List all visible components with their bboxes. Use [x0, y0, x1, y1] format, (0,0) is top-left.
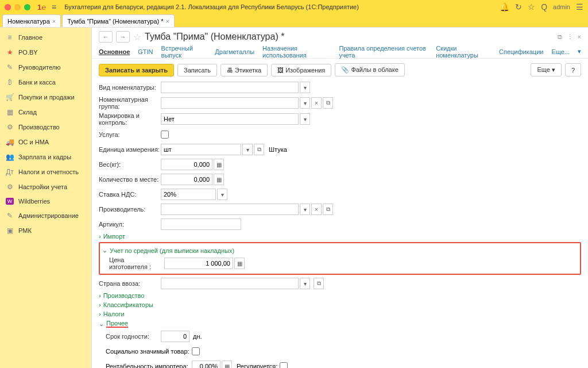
subtab-specs[interactable]: Спецификации [499, 48, 543, 55]
marking-field[interactable] [161, 113, 299, 125]
open-icon[interactable]: ⧉ [323, 97, 333, 109]
maximize-window[interactable] [24, 4, 30, 10]
nav-manager[interactable]: ✎Руководителю [0, 60, 91, 75]
social-checkbox[interactable] [192, 347, 200, 355]
chevron-down-icon[interactable]: ▾ [578, 48, 581, 55]
weight-field[interactable] [161, 159, 212, 170]
price-field[interactable] [164, 258, 233, 269]
close-icon[interactable]: × [578, 33, 581, 41]
price-label: Цена изготовителя : [109, 256, 164, 270]
subtab-gtin[interactable]: GTIN [138, 48, 153, 55]
subtab-discounts[interactable]: Скидки номенклатуры [436, 45, 491, 59]
subtab-accounts[interactable]: Правила определения счетов учета [339, 45, 428, 59]
more-icon[interactable]: ⋮ [567, 33, 573, 41]
dropdown-icon[interactable]: ▾ [300, 97, 310, 109]
minimize-window[interactable] [14, 4, 21, 10]
clear-icon[interactable]: × [311, 97, 322, 109]
save-close-button[interactable]: Записать и закрыть [99, 64, 174, 76]
subtab-main[interactable]: Основное [99, 48, 130, 55]
service-checkbox[interactable] [161, 131, 169, 139]
group-field[interactable] [161, 97, 299, 109]
nav-rmk[interactable]: ▣РМК [0, 223, 91, 238]
open-icon[interactable]: ⧉ [323, 204, 333, 215]
nav-admin[interactable]: ✎Администрирование [0, 208, 91, 223]
nav-salary[interactable]: 👥Зарплата и кадры [0, 150, 91, 164]
tab-item[interactable]: Тумба "Прима" (Номенклатура) * × [62, 14, 175, 27]
open-icon[interactable]: ⧉ [314, 278, 324, 289]
nav-main[interactable]: ≡Главное [0, 30, 91, 45]
section-taxes[interactable]: Налоги [99, 310, 581, 317]
qty-field[interactable] [161, 174, 212, 185]
subtab-more[interactable]: Еще... [551, 48, 570, 55]
nav-settings[interactable]: ⚙Настройки учета [0, 179, 91, 194]
unit-label: Единица измерения: [99, 146, 161, 153]
shelf-field[interactable] [161, 331, 189, 342]
nav-poby[interactable]: ★PO.BY [0, 45, 91, 60]
section-production[interactable]: Производство [99, 292, 581, 299]
social-label: Социально значимый товар: [106, 348, 192, 355]
forward-button[interactable]: → [116, 31, 130, 43]
save-button[interactable]: Записать [177, 64, 217, 76]
nav-bank[interactable]: ₿Банк и касса [0, 75, 91, 90]
link-icon[interactable]: ⧉ [558, 33, 562, 41]
bell-icon[interactable]: 🔔 [500, 2, 509, 12]
subtab-usage[interactable]: Назначения использования [262, 45, 331, 59]
dropdown-icon[interactable]: ▾ [242, 144, 253, 155]
dropdown-icon[interactable]: ▾ [300, 204, 310, 215]
star-icon[interactable]: ☆ [528, 2, 535, 12]
people-icon: 👥 [6, 153, 14, 161]
cart-icon: 🛒 [6, 93, 14, 101]
unit-field[interactable] [161, 144, 241, 155]
nav-assets[interactable]: 🚚ОС и НМА [0, 135, 91, 150]
calc-icon[interactable]: ▦ [214, 159, 224, 170]
files-button[interactable]: 📎 Файлы в облаке [335, 63, 404, 76]
label-button[interactable]: 🖶 Этикетка [220, 64, 268, 76]
favorite-icon[interactable]: ☆ [133, 32, 141, 43]
clear-icon[interactable]: × [311, 204, 322, 215]
more-button[interactable]: Еще ▾ [531, 63, 561, 76]
open-icon[interactable]: ⧉ [254, 144, 264, 155]
tab-nomenclature[interactable]: Номенклатура × [2, 14, 61, 27]
calc-icon[interactable]: ▦ [214, 174, 224, 185]
back-button[interactable]: ← [99, 31, 113, 43]
vat-field[interactable] [161, 189, 216, 200]
dropdown-icon[interactable]: ▾ [300, 278, 310, 289]
section-other[interactable]: Прочее [99, 320, 581, 328]
subtab-metals[interactable]: Драгметаллы [215, 48, 254, 55]
importer-rent-field[interactable] [192, 361, 220, 368]
nav-taxes[interactable]: ДтНалоги и отчетность [0, 164, 91, 179]
calc-icon[interactable]: ▦ [222, 361, 232, 368]
kind-field[interactable] [161, 82, 299, 93]
service-label: Услуга: [99, 131, 161, 138]
section-classifiers[interactable]: Классификаторы [99, 301, 581, 308]
search-icon[interactable]: Q [541, 2, 547, 12]
settings-icon[interactable]: ☰ [576, 2, 583, 12]
star-icon: ★ [6, 48, 14, 56]
country-field[interactable] [161, 278, 299, 289]
dropdown-icon[interactable]: ▾ [217, 189, 227, 200]
page-title: Тумба "Прима" (Номенклатура) * [145, 32, 284, 42]
regulated-checkbox[interactable] [280, 362, 288, 368]
close-window[interactable] [5, 4, 11, 10]
close-icon[interactable]: × [166, 18, 169, 25]
images-button[interactable]: 🖼 Изображения [271, 64, 331, 76]
subtab-counter[interactable]: Встречный выпуск [161, 45, 207, 59]
calc-icon[interactable]: ▦ [234, 258, 245, 269]
tax-icon: Дт [6, 168, 14, 176]
section-avg[interactable]: Учет по средней (для выписки накладных) [102, 247, 578, 254]
article-field[interactable] [161, 218, 241, 230]
menu-icon[interactable]: ≡ [52, 2, 56, 12]
help-button[interactable]: ? [565, 63, 581, 76]
kind-label: Вид номенклатуры: [99, 84, 161, 91]
history-icon[interactable]: ↻ [515, 2, 522, 12]
dropdown-icon[interactable]: ▾ [300, 113, 310, 125]
nav-wildberries[interactable]: WWildberries [0, 194, 91, 208]
nav-sales[interactable]: 🛒Покупки и продажи [0, 90, 91, 105]
close-icon[interactable]: × [52, 18, 56, 25]
nav-warehouse[interactable]: ▦Склад [0, 105, 91, 120]
manufacturer-field[interactable] [161, 204, 299, 215]
weight-label: Вес(кг): [99, 161, 161, 168]
nav-production[interactable]: ⚙Производство [0, 120, 91, 135]
dropdown-icon[interactable]: ▾ [300, 82, 310, 93]
section-import[interactable]: Импорт [99, 233, 581, 240]
